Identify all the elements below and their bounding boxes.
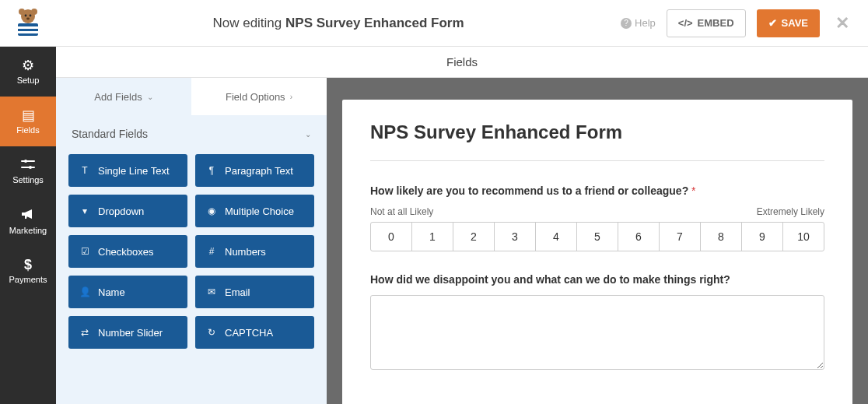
field-label: Multiple Choice [225, 206, 294, 217]
form-icon: ▤ [22, 108, 35, 122]
section-standard-fields[interactable]: Standard Fields ⌄ [56, 115, 327, 148]
nps-low-label: Not at all Likely [370, 206, 433, 217]
nav-setup[interactable]: ⚙ Setup [0, 47, 56, 97]
field-label: Checkboxes [98, 246, 154, 258]
svg-point-12 [29, 166, 32, 169]
fields-panel: Add Fields ⌄ Field Options › Standard Fi… [56, 78, 327, 404]
chevron-right-icon: › [290, 93, 292, 101]
field-label: Name [98, 286, 125, 298]
svg-point-5 [26, 17, 30, 19]
gear-icon: ⚙ [22, 58, 34, 72]
nps-high-label: Extremely Likely [757, 206, 824, 217]
form-preview-canvas: NPS Survey Enhanced Form How likely are … [327, 78, 868, 404]
chevron-down-icon: ⌄ [147, 93, 153, 101]
nav-settings[interactable]: Settings [0, 146, 56, 196]
dollar-icon: $ [24, 258, 32, 272]
field-checkboxes[interactable]: ☑Checkboxes [68, 235, 187, 268]
svg-rect-8 [18, 31, 38, 33]
svg-point-1 [19, 9, 25, 15]
paragraph-icon: ¶ [206, 165, 217, 176]
app-logo [0, 0, 56, 47]
help-link[interactable]: ? Help [621, 17, 656, 29]
bullhorn-icon [21, 208, 35, 223]
field-label: Single Line Text [98, 165, 170, 177]
field-single-line-text[interactable]: TSingle Line Text [68, 154, 187, 187]
nps-legend: Not at all Likely Extremely Likely [370, 206, 824, 217]
text-icon: T [79, 165, 90, 176]
nav-payments-label: Payments [9, 275, 47, 284]
embed-icon: </> [678, 17, 693, 29]
field-label: Dropdown [98, 206, 144, 217]
nps-option-6[interactable]: 6 [618, 223, 660, 251]
embed-label: EMBED [698, 17, 734, 29]
dropdown-icon: ▾ [79, 206, 90, 216]
nps-option-0[interactable]: 0 [371, 223, 412, 251]
nav-setup-label: Setup [17, 76, 40, 85]
nps-option-3[interactable]: 3 [495, 223, 536, 251]
close-button[interactable]: ✕ [831, 13, 854, 33]
envelope-icon: ✉ [206, 286, 217, 297]
nav-marketing-label: Marketing [9, 226, 47, 235]
tab-add-label: Add Fields [94, 91, 142, 103]
required-asterisk: * [688, 184, 695, 197]
nav-payments[interactable]: $ Payments [0, 246, 56, 296]
nps-option-4[interactable]: 4 [536, 223, 577, 251]
nps-option-8[interactable]: 8 [701, 223, 742, 251]
field-name[interactable]: 👤Name [68, 276, 187, 308]
nps-option-10[interactable]: 10 [783, 223, 824, 251]
field-dropdown[interactable]: ▾Dropdown [68, 195, 187, 227]
radio-icon: ◉ [206, 206, 217, 216]
svg-point-3 [25, 14, 27, 16]
nav-marketing[interactable]: Marketing [0, 196, 56, 246]
field-label: Numbers [225, 246, 266, 258]
chevron-down-icon: ⌄ [305, 130, 311, 139]
builder-heading: Fields [56, 47, 868, 78]
svg-rect-6 [18, 23, 38, 36]
hash-icon: # [206, 246, 217, 257]
nps-option-9[interactable]: 9 [742, 223, 783, 251]
form-title: NPS Survey Enhanced Form [370, 121, 824, 161]
feedback-textarea[interactable] [370, 295, 824, 370]
tab-add-fields[interactable]: Add Fields ⌄ [56, 78, 191, 115]
field-number-slider[interactable]: ⇄Number Slider [68, 316, 187, 349]
field-numbers[interactable]: #Numbers [195, 235, 314, 268]
refresh-icon: ↻ [206, 327, 217, 338]
section-standard-label: Standard Fields [72, 128, 148, 140]
field-label: CAPTCHA [225, 327, 273, 339]
embed-button[interactable]: </> EMBED [667, 9, 746, 37]
question-nps: How likely are you to recommend us to a … [370, 184, 824, 197]
nps-option-7[interactable]: 7 [660, 223, 701, 251]
field-captcha[interactable]: ↻CAPTCHA [195, 316, 314, 349]
help-icon: ? [621, 18, 632, 29]
save-label: SAVE [782, 17, 808, 29]
question-feedback: How did we disappoint you and what can w… [370, 273, 824, 286]
nav-fields-label: Fields [16, 125, 39, 135]
user-icon: 👤 [79, 286, 90, 297]
field-paragraph-text[interactable]: ¶Paragraph Text [195, 154, 314, 187]
svg-point-11 [24, 160, 27, 163]
field-label: Number Slider [98, 327, 163, 339]
svg-point-2 [31, 9, 37, 15]
form-card: NPS Survey Enhanced Form How likely are … [342, 100, 852, 404]
field-label: Email [225, 286, 250, 298]
svg-rect-7 [18, 26, 38, 29]
editing-prefix: Now editing [212, 16, 285, 30]
tab-options-label: Field Options [226, 91, 285, 103]
nps-option-2[interactable]: 2 [453, 223, 495, 251]
svg-point-4 [30, 14, 32, 16]
question-nps-text: How likely are you to recommend us to a … [370, 184, 688, 197]
field-multiple-choice[interactable]: ◉Multiple Choice [195, 195, 314, 227]
nps-scale: 0 1 2 3 4 5 6 7 8 9 10 [370, 222, 824, 251]
sliders-icon [21, 158, 35, 172]
nps-option-1[interactable]: 1 [412, 223, 453, 251]
field-label: Paragraph Text [225, 165, 293, 177]
sidebar-nav: ⚙ Setup ▤ Fields Settings Marketing $ Pa… [0, 47, 56, 404]
save-button[interactable]: ✔ SAVE [757, 9, 820, 37]
check-icon: ✔ [768, 17, 777, 29]
nps-option-5[interactable]: 5 [577, 223, 618, 251]
tab-field-options[interactable]: Field Options › [191, 78, 327, 115]
check-icon: ☑ [79, 246, 90, 257]
field-email[interactable]: ✉Email [195, 276, 314, 308]
help-label: Help [635, 17, 656, 29]
nav-fields[interactable]: ▤ Fields [0, 97, 56, 146]
